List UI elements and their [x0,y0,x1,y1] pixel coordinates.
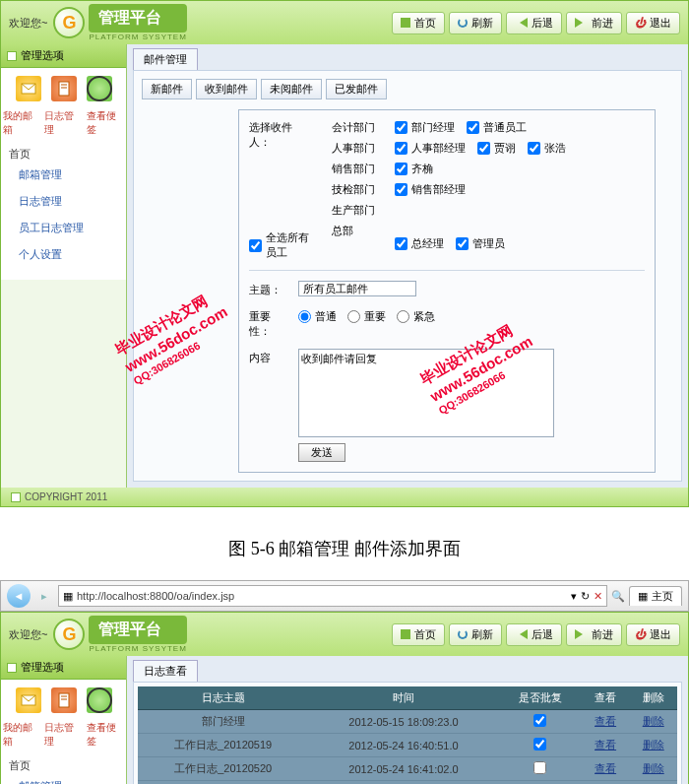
sidebar-icons-labels: 我的邮箱 日志管理 查看便签 [1,721,126,754]
priority-radio[interactable]: 重要 [347,307,387,324]
mailbox-icon[interactable] [16,687,41,713]
forward-icon [575,629,588,639]
sidebar-item-mail[interactable]: 邮箱管理 [1,162,126,188]
sidebar-link-notes[interactable]: 查看便签 [87,721,124,749]
dept-item[interactable]: 销售部门 [332,162,375,176]
refresh-icon[interactable]: ↻ [581,590,590,603]
tab-new-mail[interactable]: 新邮件 [142,79,192,99]
sidebar-item-mail[interactable]: 邮箱管理 [1,773,126,784]
home-icon [401,629,410,639]
sidebar-icons [1,68,126,109]
note-icon[interactable] [87,76,112,101]
nav-refresh-button[interactable]: 刷新 [449,12,502,34]
cell-approved [499,734,582,757]
select-all-checkbox[interactable]: 全选所有员工 [249,230,312,260]
sidebar-icons-labels: 我的邮箱 日志管理 查看便签 [1,109,126,143]
url-text: http://localhost:8800/oa/index.jsp [77,590,567,602]
recipient-check[interactable]: 普通员工 [467,120,527,135]
nav-refresh-button[interactable]: 刷新 [449,623,502,646]
box-icon [7,51,17,61]
sidebar-item-stafflog[interactable]: 员工日志管理 [1,215,126,241]
recipient-check[interactable]: 部门经理 [395,120,455,135]
delete-link[interactable]: 删除 [643,739,664,751]
tab-sent[interactable]: 已发邮件 [326,79,387,99]
tab-inbox[interactable]: 收到邮件 [196,79,257,99]
log-icon[interactable] [51,76,77,101]
url-box[interactable]: ▦ http://localhost:8800/oa/index.jsp ▾ ↻… [58,585,607,607]
delete-link[interactable]: 删除 [643,762,664,774]
approved-checkbox[interactable] [533,761,546,774]
browser-back-button[interactable]: ◄ [7,584,31,608]
view-link[interactable]: 查看 [595,715,616,727]
stop-icon[interactable]: ✕ [594,590,602,603]
page-icon: ▦ [63,590,73,603]
recipient-check[interactable]: 总经理 [395,236,444,251]
sidebar-link-logs[interactable]: 日志管理 [44,109,82,137]
dept-item[interactable]: 生产部门 [332,203,375,218]
cell-time: 2012-05-24 16:41:02.0 [308,757,498,781]
dept-item[interactable]: 人事部门 [332,141,375,156]
recipient-check[interactable]: 人事部经理 [395,141,466,156]
dept-item[interactable]: 会计部门 [332,120,375,135]
recipient-checks: 部门经理 普通员工 人事部经理 贾诩 张浩 齐桷 销售部经理 [395,120,592,260]
delete-link[interactable]: 删除 [643,715,664,727]
recipient-check[interactable]: 贾诩 [477,141,516,156]
subject-input[interactable] [298,281,416,296]
dept-item[interactable]: 技检部门 [332,182,375,197]
recipient-check[interactable]: 齐桷 [395,162,433,176]
sidebar-link-logs[interactable]: 日志管理 [44,721,82,749]
cell-subject: 工作日志_20120520 [138,757,308,781]
approved-checkbox[interactable] [533,714,546,727]
approved-checkbox[interactable] [533,738,546,751]
view-link[interactable]: 查看 [595,762,616,774]
content-label: 内容 [249,349,288,365]
nav-back-button[interactable]: 后退 [506,623,562,646]
nav-home-button[interactable]: 首页 [392,12,445,34]
send-button[interactable]: 发送 [298,443,345,462]
note-icon[interactable] [87,687,112,713]
nav-forward-button[interactable]: 前进 [566,12,622,34]
sidebar-menu: 首页 邮箱管理 日志管理 日志查看 日志添加 员工日志管理 个人设置 [1,754,126,784]
priority-radio[interactable]: 紧急 [397,307,436,324]
dept-item[interactable]: 总部 [332,224,375,238]
sidebar-root: 首页 [1,758,126,773]
platform-title: 管理平台 [89,4,186,33]
log-table: 日志主题 时间 是否批复 查看 删除 部门经理2012-05-15 18:09:… [138,686,677,784]
browser-forward-button[interactable]: ▸ [34,586,54,606]
app-shell-log: 欢迎您~ G 管理平台 PLATFORM SYSYTEM 首页 刷新 后退 前进… [0,612,689,784]
back-icon [515,629,528,639]
nav-home-button[interactable]: 首页 [392,623,445,646]
sidebar-item-settings[interactable]: 个人设置 [1,241,126,268]
cell-time: 2012-05-24 16:40:51.0 [308,734,498,757]
nav-back-button[interactable]: 后退 [506,12,562,34]
recipient-check[interactable]: 张浩 [528,141,566,156]
recipient-check[interactable]: 销售部经理 [395,182,466,197]
sidebar-item-log[interactable]: 日志管理 [1,188,126,215]
mailbox-icon[interactable] [16,76,41,101]
sidebar-link-notes[interactable]: 查看便签 [87,109,124,137]
topbar: 欢迎您~ G 管理平台 PLATFORM SYSYTEM 首页 刷新 后退 前进… [1,1,688,44]
browser-toolbar: ◄ ▸ ▦ http://localhost:8800/oa/index.jsp… [0,580,689,612]
recipient-check[interactable]: 管理员 [456,236,505,251]
log-icon[interactable] [51,687,77,713]
priority-radio[interactable]: 普通 [298,307,338,324]
refresh-icon [458,629,468,639]
nav-forward-button[interactable]: 前进 [566,623,622,646]
dropdown-icon[interactable]: ▾ [571,590,577,603]
tab-unread[interactable]: 未阅邮件 [261,79,322,99]
sidebar-header: 管理选项 [1,656,126,680]
nav-exit-button[interactable]: ⏻退出 [626,12,680,34]
sidebar-link-mailbox[interactable]: 我的邮箱 [3,721,40,749]
figure-caption: 图 5-6 邮箱管理 邮件添加界面 [0,507,689,580]
view-link[interactable]: 查看 [595,739,616,751]
content-textarea[interactable]: 收到邮件请回复 [298,349,554,437]
sidebar-link-mailbox[interactable]: 我的邮箱 [3,109,40,137]
nav-exit-button[interactable]: ⏻退出 [626,623,680,646]
box-icon [7,663,17,673]
select-recipient-label: 选择收件人： [249,120,312,150]
table-row: 部门经理2012-05-15 18:09:23.0查看删除 [138,710,677,734]
search-icon[interactable]: 🔍 [611,590,625,603]
table-row: 工作日志_201205202012-05-24 16:41:02.0查看删除 [138,757,677,781]
browser-tab[interactable]: ▦主页 [629,586,682,606]
refresh-icon [458,18,468,28]
